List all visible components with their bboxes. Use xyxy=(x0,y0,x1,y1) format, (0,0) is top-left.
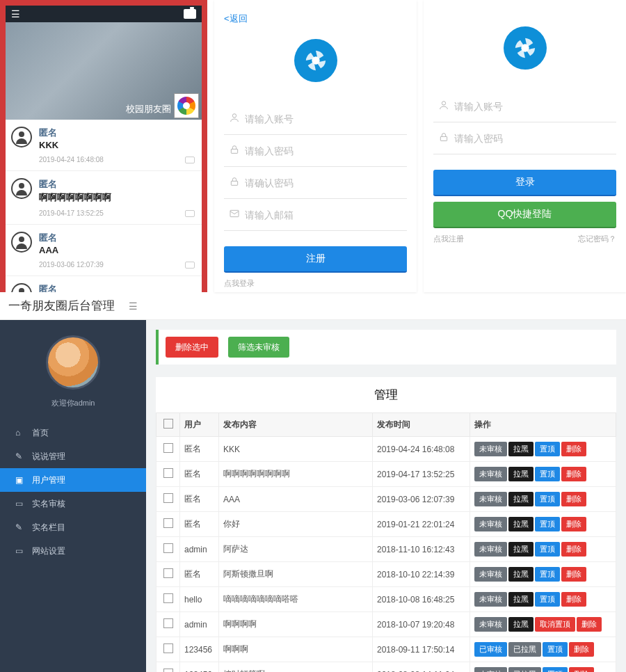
review-button[interactable]: 未审核 xyxy=(474,467,507,481)
row-checkbox[interactable] xyxy=(163,643,173,653)
delete-button[interactable]: 删除 xyxy=(561,567,586,582)
feed-item[interactable]: 匿名啊啊啊啊啊啊啊啊2019-04-17 13:52:25 xyxy=(6,171,202,225)
block-button[interactable]: 拉黑 xyxy=(508,517,533,531)
pin-button[interactable]: 置顶 xyxy=(535,492,560,506)
cell-user: 匿名 xyxy=(180,512,219,537)
menu-label: 网站设置 xyxy=(32,545,65,557)
cell-time: 2019-04-17 13:52:25 xyxy=(373,462,470,487)
admin-title: 一奇朋友圈后台管理 xyxy=(8,298,115,314)
feed-item[interactable]: 匿名你好 xyxy=(6,276,202,292)
delete-button[interactable]: 删除 xyxy=(561,442,586,456)
block-button[interactable]: 已拉黑 xyxy=(508,642,541,657)
row-checkbox[interactable] xyxy=(163,543,173,553)
pin-button[interactable]: 置顶 xyxy=(535,517,560,531)
register-panel: <返回 注册 点我登录 xyxy=(214,0,417,292)
row-checkbox[interactable] xyxy=(163,443,173,453)
feed-item[interactable]: 匿名KKK2019-04-24 16:48:08 xyxy=(6,120,202,171)
password-input[interactable] xyxy=(454,133,616,144)
sidebar-item[interactable]: ▭网站设置 xyxy=(0,539,146,563)
login-button[interactable]: 登录 xyxy=(433,170,616,196)
block-button[interactable]: 拉黑 xyxy=(508,592,533,607)
feed-item[interactable]: 匿名AAA2019-03-06 12:07:39 xyxy=(6,225,202,276)
register-link[interactable]: 点我注册 xyxy=(433,234,464,244)
block-button[interactable]: 拉黑 xyxy=(508,467,533,481)
review-button[interactable]: 未审核 xyxy=(474,667,507,672)
review-button[interactable]: 已审核 xyxy=(474,642,507,657)
account-input[interactable] xyxy=(454,101,616,112)
delete-button[interactable]: 删除 xyxy=(561,592,586,607)
pin-button[interactable]: 置顶 xyxy=(535,442,560,456)
review-button[interactable]: 未审核 xyxy=(474,592,507,607)
delete-button[interactable]: 删除 xyxy=(569,642,594,657)
row-checkbox[interactable] xyxy=(163,518,173,528)
password-confirm-input[interactable] xyxy=(245,177,407,189)
block-button[interactable]: 拉黑 xyxy=(508,617,533,632)
cover-avatar[interactable] xyxy=(174,93,199,118)
cell-actions: 已审核已拉黑置顶删除 xyxy=(470,637,616,662)
pin-button[interactable]: 置顶 xyxy=(543,642,568,657)
review-button[interactable]: 未审核 xyxy=(474,542,507,557)
sidebar-item[interactable]: ✎实名栏目 xyxy=(0,515,146,539)
back-link[interactable]: <返回 xyxy=(214,13,417,25)
forgot-link[interactable]: 忘记密码？ xyxy=(578,234,616,244)
delete-button[interactable]: 删除 xyxy=(561,542,586,557)
cell-user: 123456 xyxy=(180,662,219,673)
row-checkbox[interactable] xyxy=(163,568,173,578)
pin-button[interactable]: 置顶 xyxy=(535,592,560,607)
avatar[interactable] xyxy=(46,335,100,390)
sidebar-item[interactable]: ⌂首页 xyxy=(0,421,146,445)
block-button[interactable]: 拉黑 xyxy=(508,542,533,557)
sidebar-item[interactable]: ✎说说管理 xyxy=(0,445,146,468)
pin-button[interactable]: 取消置顶 xyxy=(535,617,575,632)
menu-label: 实名审核 xyxy=(32,498,65,510)
cell-content: 阿萨达 xyxy=(219,537,373,562)
table-card: 管理 用户 发布内容 发布时间 操作 匿名KKK2019-04-24 16:48… xyxy=(156,377,616,672)
cell-content: 阿斯顿撒旦啊 xyxy=(219,562,373,587)
password-input[interactable] xyxy=(245,145,407,157)
logo-icon xyxy=(294,39,337,82)
sidebar-item[interactable]: ▭实名审核 xyxy=(0,492,146,515)
review-button[interactable]: 未审核 xyxy=(474,492,507,506)
review-button[interactable]: 未审核 xyxy=(474,617,507,632)
email-input[interactable] xyxy=(245,209,407,221)
delete-button[interactable]: 删除 xyxy=(561,492,586,506)
row-checkbox[interactable] xyxy=(163,468,173,478)
row-checkbox[interactable] xyxy=(163,669,173,672)
qq-login-button[interactable]: QQ快捷登陆 xyxy=(433,202,616,228)
sidebar-item[interactable]: ▣用户管理 xyxy=(0,468,146,492)
block-button[interactable]: 拉黑 xyxy=(508,567,533,582)
cell-actions: 未审核拉黑置顶删除 xyxy=(470,562,616,587)
delete-button[interactable]: 删除 xyxy=(569,667,594,672)
pin-button[interactable]: 置顶 xyxy=(535,542,560,557)
review-button[interactable]: 未审核 xyxy=(474,442,507,456)
register-button[interactable]: 注册 xyxy=(224,246,407,273)
menu-icon[interactable]: ☰ xyxy=(11,8,20,19)
delete-button[interactable]: 删除 xyxy=(561,467,586,481)
review-button[interactable]: 未审核 xyxy=(474,567,507,582)
menu-toggle-icon[interactable]: ☰ xyxy=(129,301,138,312)
table-row: 匿名你好2019-01-21 22:01:24未审核拉黑置顶删除 xyxy=(156,512,616,537)
login-link[interactable]: 点我登录 xyxy=(224,278,407,289)
camera-icon[interactable] xyxy=(184,9,196,19)
feed-action-icon[interactable] xyxy=(185,157,195,163)
pin-button[interactable]: 置顶 xyxy=(543,667,568,672)
select-all-checkbox[interactable] xyxy=(163,419,173,429)
table-row: 匿名啊啊啊啊啊啊啊啊2019-04-17 13:52:25未审核拉黑置顶删除 xyxy=(156,462,616,487)
account-input[interactable] xyxy=(245,113,407,125)
pin-button[interactable]: 置顶 xyxy=(535,567,560,582)
feed-action-icon[interactable] xyxy=(185,210,195,217)
cell-content: AAA xyxy=(219,487,373,512)
delete-button[interactable]: 删除 xyxy=(577,617,602,632)
delete-selected-button[interactable]: 删除选中 xyxy=(166,337,218,358)
block-button[interactable]: 已拉黑 xyxy=(508,667,541,672)
row-checkbox[interactable] xyxy=(163,593,173,603)
pin-button[interactable]: 置顶 xyxy=(535,467,560,481)
feed-action-icon[interactable] xyxy=(185,262,195,269)
review-button[interactable]: 未审核 xyxy=(474,517,507,531)
delete-button[interactable]: 删除 xyxy=(561,517,586,531)
block-button[interactable]: 拉黑 xyxy=(508,442,533,456)
block-button[interactable]: 拉黑 xyxy=(508,492,533,506)
row-checkbox[interactable] xyxy=(163,493,173,503)
filter-unreviewed-button[interactable]: 筛选未审核 xyxy=(228,337,289,358)
row-checkbox[interactable] xyxy=(163,618,173,628)
